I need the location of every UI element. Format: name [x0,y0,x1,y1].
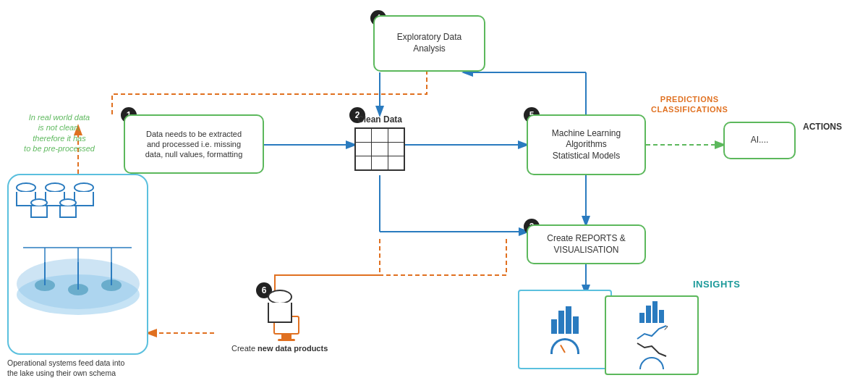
extract-label: Data needs to be extractedand processed … [145,129,243,160]
diagram: 4 Exploratory DataAnalysis In real world… [0,0,868,391]
new-data-products-area: Create new data products [231,290,328,353]
lake-caption: Operational systems feed data intothe la… [7,358,148,378]
ai-node: AI.... [723,122,796,159]
table-icon [354,127,405,171]
ai-label: AI.... [751,135,769,146]
db-icon-4 [30,198,48,218]
eda-label: Exploratory DataAnalysis [397,32,461,54]
reports-node: Create REPORTS &VISUALISATION [527,224,646,264]
lake-inner [9,175,147,353]
ml-node: Machine LearningAlgorithmsStatistical Mo… [527,114,646,175]
eda-node: Exploratory DataAnalysis [373,15,485,72]
speedometer-small-icon [639,357,664,369]
lake-box [7,174,148,355]
extract-node: Data needs to be extractedand processed … [124,114,264,174]
bar-chart-icon [551,305,579,334]
bar-chart-small-icon [639,301,664,323]
db-icon-5 [59,198,77,218]
db-icon-3 [74,182,94,206]
clean-data-area: Clean Data [354,114,405,171]
chart-green-box: ↗ [605,295,699,375]
chart-blue-box [518,290,612,369]
svg-text:↗: ↗ [663,324,668,332]
realworld-label: In real world datais not clean,therefore… [9,112,110,154]
line-chart-down-icon [636,340,668,358]
db-icon [262,290,298,323]
clean-data-label: Clean Data [354,114,405,125]
insights-label: INSIGHTS [693,279,740,291]
new-data-label: Create new data products [231,344,328,353]
line-chart-up-icon: ↗ [636,323,668,340]
speedometer-icon [550,338,579,354]
lake-svg [9,204,148,320]
predictions-label: PREDICTIONSCLASSIFICATIONS [651,94,728,115]
reports-label: Create REPORTS &VISUALISATION [547,233,625,256]
actions-label: ACTIONS [803,122,842,133]
ml-label: Machine LearningAlgorithmsStatistical Mo… [552,128,621,162]
